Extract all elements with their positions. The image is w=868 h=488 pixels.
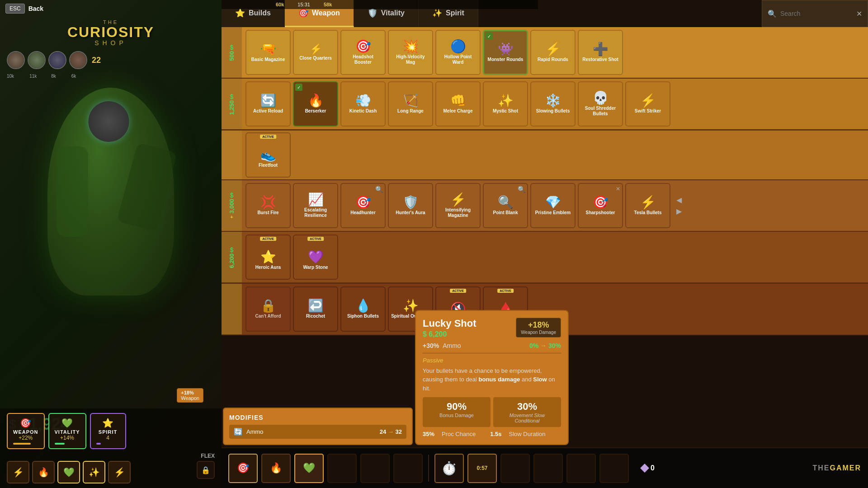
item-heroic-aura[interactable]: ACTIVE ⭐ Heroic Aura <box>245 235 291 280</box>
inv-slot-5[interactable] <box>360 454 390 483</box>
heroic-icon: ⭐ <box>260 251 276 263</box>
item-point-blank[interactable]: 🔍 🔍 Point Blank <box>483 183 528 228</box>
item-close-quarters[interactable]: ⚡ Close Quarters <box>293 30 338 75</box>
inv-slot-3[interactable]: 💚 <box>294 454 324 483</box>
search-box: 🔍 ✕ <box>762 0 868 27</box>
flex-label: FLEX <box>7 453 215 459</box>
tooltip-title-group: Lucky Shot $ 6,200 <box>423 318 476 338</box>
spirit-bar <box>96 443 101 445</box>
item-slowing-bullets[interactable]: ❄️ Slowing Bullets <box>530 81 576 127</box>
logo-curiosity: CURIOSITY <box>0 25 222 39</box>
avatar-2[interactable] <box>28 51 46 69</box>
vitality-bar <box>55 443 65 445</box>
skill-1[interactable]: ⚡ <box>7 461 29 483</box>
inv-slot-11[interactable] <box>566 454 596 483</box>
item-berserker[interactable]: ✓ 🔥 Berserker <box>293 81 338 127</box>
item-restorative-shot[interactable]: ➕ Restorative Shot <box>578 30 623 75</box>
fleetfoot-active-badge: ACTIVE <box>260 135 276 139</box>
item-escalating[interactable]: 📈 Escalating Resilience <box>293 183 338 228</box>
skill-4[interactable]: ✨ <box>83 461 105 483</box>
inv-slot-1[interactable]: 🎯 <box>228 454 258 483</box>
item-mystic-shot[interactable]: ✨ Mystic Shot <box>483 81 528 127</box>
skill-2[interactable]: 🔥 <box>32 461 55 483</box>
tier-row-6200a: $ 6,200 ACTIVE ⭐ Heroic Aura ACTIVE 💜 Wa… <box>222 232 868 283</box>
item-ricochet[interactable]: ↩️ Ricochet <box>293 286 338 332</box>
avatar-1[interactable] <box>7 51 25 69</box>
scroll-down-icon[interactable]: ▶ <box>676 207 682 216</box>
tooltip-panel: Lucky Shot $ 6,200 +18% Weapon Damage +3… <box>415 310 569 446</box>
item-long-range[interactable]: 🏹 Long Range <box>388 81 433 127</box>
item-active-reload[interactable]: 🔄 Active Reload <box>245 81 291 127</box>
item-headhunter[interactable]: 🔍 🎯 Headhunter <box>340 183 386 228</box>
weapon-icon: 🎯 <box>13 418 38 428</box>
avatar-4[interactable] <box>69 51 87 69</box>
swift-striker-name: Swift Striker <box>635 108 661 114</box>
item-siphon-bullets[interactable]: 💧 Siphon Bullets <box>340 286 386 332</box>
hunters-aura-name: Hunter's Aura <box>396 210 425 216</box>
item-tesla-bullets[interactable]: ⚡ Tesla Bullets <box>625 183 670 228</box>
kinetic-dash-name: Kinetic Dash <box>349 108 377 114</box>
item-high-velocity[interactable]: 💥 High-Velocity Mag <box>388 30 433 75</box>
stat-8k: 8k <box>51 74 56 79</box>
item-pristine-emblem[interactable]: 💎 Pristine Emblem <box>530 183 576 228</box>
item-burst-fire[interactable]: 💢 Burst Fire <box>245 183 291 228</box>
item-kinetic-dash[interactable]: 💨 Kinetic Dash <box>340 81 386 127</box>
item-sharpshooter[interactable]: ✕ 🎯 Sharpshooter <box>578 183 623 228</box>
back-label[interactable]: Back <box>28 5 43 12</box>
heroic-name: Heroic Aura <box>255 265 281 270</box>
skill-5[interactable]: ⚡ <box>108 461 131 483</box>
sharpshooter-x-icon: ✕ <box>616 186 620 192</box>
headshot-name: Headshot Booster <box>344 54 382 65</box>
inventory-bar: 🎯 🔥 💚 ⏱️ 0:57 0 THEGAMER <box>222 447 868 488</box>
inv-slot-10[interactable] <box>533 454 563 483</box>
inv-slot-6[interactable] <box>393 454 423 483</box>
tooltip-bottom-stats: 35% Proc Chance 1.5s Slow Duration <box>423 431 561 437</box>
inv-slot-4[interactable] <box>327 454 357 483</box>
close-quarters-icon: ⚡ <box>310 44 322 54</box>
esc-button[interactable]: ESC <box>5 4 25 14</box>
mystic-shot-name: Mystic Shot <box>493 108 518 114</box>
spinner-icon: ⏱️ <box>441 461 457 476</box>
bottom-stats: +18% Weapon 🎯 WEAPON +22% 💚 VITALITY +14… <box>0 408 222 488</box>
stat-6k: 6k <box>71 74 76 79</box>
ammo-stat-pct: +30% <box>423 342 439 349</box>
movement-slow-cell: 30% Movement Slow Conditional <box>493 397 561 427</box>
restorative-name: Restorative Shot <box>582 57 618 62</box>
modifies-item: 🔄 Ammo 24 → 32 <box>229 425 406 439</box>
inv-slot-2[interactable]: 🔥 <box>261 454 291 483</box>
item-hunters-aura[interactable]: 🛡️ Hunter's Aura <box>388 183 433 228</box>
item-melee-charge[interactable]: 👊 Melee Charge <box>435 81 481 127</box>
item-monster-rounds[interactable]: ✓ 👾 Monster Rounds <box>483 30 528 75</box>
inv-spinner[interactable]: ⏱️ <box>434 454 464 483</box>
restorative-icon: ➕ <box>593 43 609 56</box>
item-swift-striker[interactable]: ⚡ Swift Striker <box>625 81 670 127</box>
lock-icon-slot: 🔒 <box>197 461 215 479</box>
item-warp-stone[interactable]: ACTIVE 💜 Warp Stone <box>293 235 338 280</box>
tier-3000-price: 3,000 <box>228 199 235 214</box>
item-intensifying-mag[interactable]: ⚡ Intensifying Magazine <box>435 183 481 228</box>
weapon-tab-icon: 🎯 <box>298 8 308 18</box>
avatar-3[interactable] <box>48 51 66 69</box>
item-rapid-rounds[interactable]: ⚡ Rapid Rounds <box>530 30 576 75</box>
item-hollow-point[interactable]: 🔵 Hollow Point Ward <box>435 30 481 75</box>
proc-chance-val: 35% <box>423 431 434 437</box>
tooltip-price: $ 6,200 <box>423 330 476 338</box>
item-fleetfoot[interactable]: ACTIVE 👟 Fleetfoot <box>245 132 291 178</box>
inv-slot-9[interactable] <box>500 454 530 483</box>
inv-slot-timer[interactable]: 0:57 <box>467 454 497 483</box>
close-icon[interactable]: ✕ <box>856 9 862 18</box>
gamer-text: GAMER <box>830 464 861 472</box>
scroll-up-icon[interactable]: ◀ <box>676 196 682 204</box>
ammo-arrow: 0% → 30% <box>529 342 561 349</box>
berserker-name: Berserker <box>305 108 326 114</box>
inv-slot-12[interactable] <box>599 454 629 483</box>
search-input[interactable] <box>780 10 853 17</box>
weapon-bar <box>13 443 31 445</box>
item-soul-shredder[interactable]: 💀 Soul Shredder Bullets <box>578 81 623 127</box>
item-headshot-booster[interactable]: 🎯 Headshot Booster <box>340 30 386 75</box>
item-basic-mag[interactable]: 🔫 Basic Magazine <box>245 30 291 75</box>
weapon-label-nav: Weapon <box>312 9 340 17</box>
weapon-boost-pct: +18% <box>181 390 193 395</box>
item-cant-afford[interactable]: 🔒 Can't Afford <box>245 286 291 332</box>
skill-3[interactable]: 💚 <box>57 461 80 483</box>
